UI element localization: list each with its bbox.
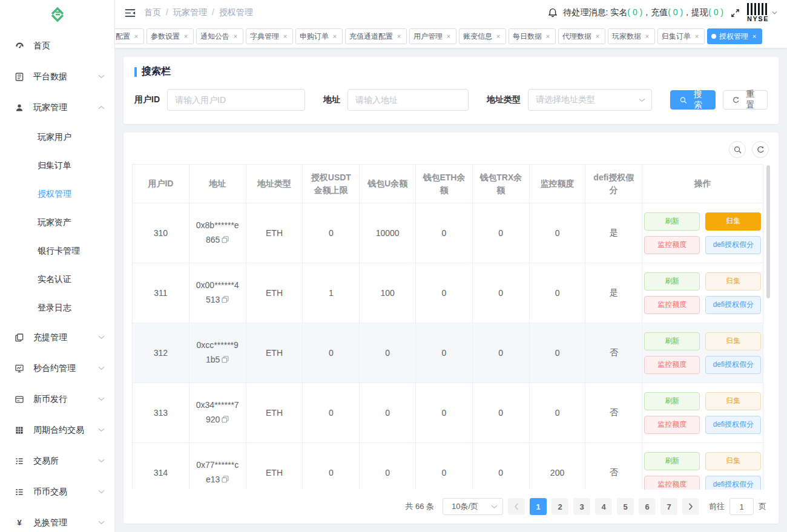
sidebar-item-cycle-contract-trade[interactable]: 周期合约交易 [0,415,114,445]
monitor-quota-button[interactable]: 监控额度 [644,236,700,254]
page-size-select[interactable]: 10条/页 [443,498,503,515]
table-scrollbar[interactable] [766,165,770,298]
defi-auth-fake-button[interactable]: defi授权假分 [705,416,761,434]
refresh-button[interactable]: 刷新 [644,332,700,350]
tab-配置[interactable]: 配置× [115,28,144,44]
close-tab-icon[interactable]: × [594,33,601,40]
sidebar-subitem-bank-card-management[interactable]: 银行卡管理 [0,237,114,265]
collect-button[interactable]: 归集 [705,332,761,350]
tab-字典管理[interactable]: 字典管理× [246,28,293,44]
defi-auth-fake-button[interactable]: defi授权假分 [705,476,761,490]
user-menu[interactable]: NYSE [747,3,777,22]
copy-icon[interactable] [222,415,229,425]
close-tab-icon[interactable]: × [331,33,338,40]
tab-参数设置[interactable]: 参数设置× [147,28,194,44]
sidebar-item-exchange[interactable]: 交易所 [0,445,114,476]
refresh-button[interactable]: 刷新 [644,272,700,291]
refresh-button[interactable]: 刷新 [644,452,700,470]
close-tab-icon[interactable]: × [232,33,239,40]
address-input[interactable] [347,89,469,111]
close-tab-icon[interactable]: × [395,33,403,40]
monitor-quota-button[interactable]: 监控额度 [644,476,700,490]
sidebar-subitem-auth-management[interactable]: 授权管理 [0,180,114,208]
tab-每日数据[interactable]: 每日数据× [509,28,556,44]
page-button-4[interactable]: 4 [595,498,612,515]
sidebar-item-new-coin-issue[interactable]: 新币发行 [0,384,114,415]
breadcrumb-item[interactable]: 首页 [144,7,161,18]
copy-icon[interactable] [222,295,229,305]
tab-代理数据[interactable]: 代理数据× [558,28,605,44]
close-tab-icon[interactable]: × [445,33,452,40]
fullscreen-icon[interactable] [731,8,740,18]
address-type-select[interactable]: 请选择地址类型 [528,89,652,111]
breadcrumb-item[interactable]: 授权管理 [219,7,253,18]
user-id-input[interactable] [167,89,305,111]
bell-icon[interactable] [548,8,558,18]
page-button-7[interactable]: 7 [660,498,677,515]
collect-button[interactable]: 归集 [705,392,761,410]
sidebar-item-platform-data[interactable]: 平台数据 [0,61,114,92]
sidebar-item-deposit-withdraw[interactable]: 充提管理 [0,322,114,353]
column-header: defi授权假分 [585,165,642,203]
search-button[interactable]: 搜索 [670,90,716,110]
cell-address-type: ETH [246,443,303,490]
sidebar-item-coin-coin-trade[interactable]: 币币交易 [0,476,114,507]
close-tab-icon[interactable]: × [282,33,289,40]
address-text: 0x00******4513 [196,280,239,304]
close-tab-icon[interactable]: × [751,33,758,40]
collect-button[interactable]: 归集 [705,212,761,231]
tab-账变信息[interactable]: 账变信息× [459,28,506,44]
monitor-quota-button[interactable]: 监控额度 [644,296,700,314]
monitor-quota-button[interactable]: 监控额度 [644,416,700,434]
close-tab-icon[interactable]: × [182,33,189,40]
sidebar-item-swap-management[interactable]: ¥兑换管理 [0,507,114,532]
monitor-quota-button[interactable]: 监控额度 [644,356,700,374]
collect-button[interactable]: 归集 [705,272,761,291]
tab-玩家数据[interactable]: 玩家数据× [608,28,655,44]
sidebar-subitem-collection-orders[interactable]: 归集订单 [0,151,114,180]
prev-page-button[interactable] [508,498,525,515]
breadcrumb-item[interactable]: 玩家管理 [173,7,207,18]
app-logo[interactable] [0,0,114,30]
tab-用户管理[interactable]: 用户管理× [409,28,456,44]
close-tab-icon[interactable]: × [693,33,700,40]
sidebar-item-player-management[interactable]: 玩家管理 [0,92,114,123]
cell-user-id: 313 [133,383,189,443]
defi-auth-fake-button[interactable]: defi授权假分 [705,356,761,374]
tab-授权管理[interactable]: 授权管理× [707,28,762,44]
reset-button[interactable]: 重置 [723,90,768,110]
close-tab-icon[interactable]: × [644,33,651,40]
sidebar-subitem-login-logs[interactable]: 登录日志 [0,294,114,322]
tab-申购订单[interactable]: 申购订单× [295,28,343,44]
sidebar-item-home[interactable]: 首页 [0,30,114,61]
page-button-6[interactable]: 6 [639,498,656,515]
copy-icon[interactable] [222,475,229,485]
page-button-1[interactable]: 1 [530,498,547,515]
close-tab-icon[interactable]: × [133,33,140,40]
close-tab-icon[interactable]: × [544,33,552,40]
refresh-button[interactable]: 刷新 [644,392,700,410]
sidebar-subitem-player-assets[interactable]: 玩家资产 [0,208,114,237]
menu-fold-icon[interactable] [125,8,136,18]
collect-button[interactable]: 归集 [705,452,761,470]
goto-page-input[interactable] [729,498,754,515]
next-page-button[interactable] [682,498,699,515]
sidebar-subitem-player-users[interactable]: 玩家用户 [0,123,114,151]
table-refresh-button[interactable] [752,141,769,158]
defi-auth-fake-button[interactable]: defi授权假分 [705,236,761,254]
tab-充值通道配置[interactable]: 充值通道配置× [345,28,407,44]
sidebar-item-seconds-contract[interactable]: 秒合约管理 [0,353,114,384]
authorization-table: 用户ID地址地址类型授权USDT金额上限钱包U余额钱包ETH余额钱包TRX余额监… [132,164,763,490]
defi-auth-fake-button[interactable]: defi授权假分 [705,296,761,314]
sidebar-subitem-real-name-auth[interactable]: 实名认证 [0,265,114,294]
refresh-button[interactable]: 刷新 [644,212,700,231]
table-search-button[interactable] [729,141,746,158]
page-button-2[interactable]: 2 [552,498,568,515]
tab-通知公告[interactable]: 通知公告× [196,28,243,44]
copy-icon[interactable] [222,235,229,245]
page-button-5[interactable]: 5 [617,498,634,515]
tab-归集订单[interactable]: 归集订单× [657,28,705,44]
close-tab-icon[interactable]: × [495,33,502,40]
copy-icon[interactable] [222,355,229,365]
page-button-3[interactable]: 3 [573,498,590,515]
